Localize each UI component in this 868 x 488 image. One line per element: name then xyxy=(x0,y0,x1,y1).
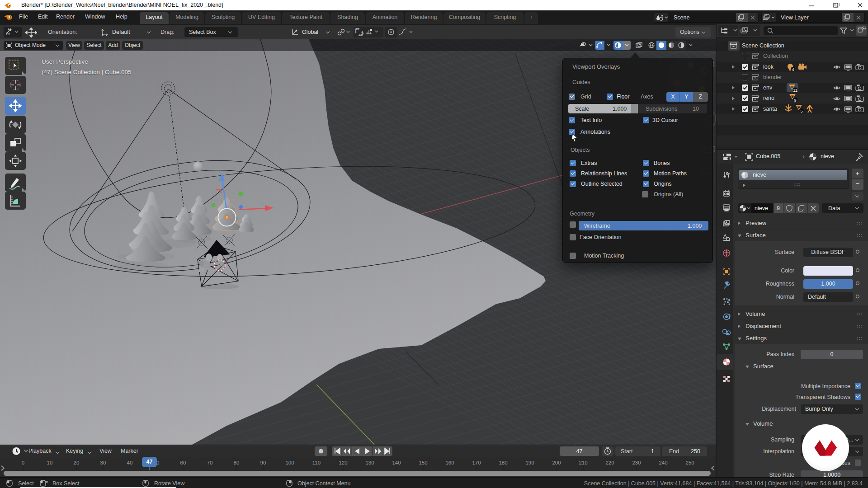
svg-text:11: 11 xyxy=(793,88,797,93)
svg-text:5: 5 xyxy=(800,109,802,113)
svg-text:9: 9 xyxy=(794,98,796,103)
svg-text:4: 4 xyxy=(792,67,794,72)
